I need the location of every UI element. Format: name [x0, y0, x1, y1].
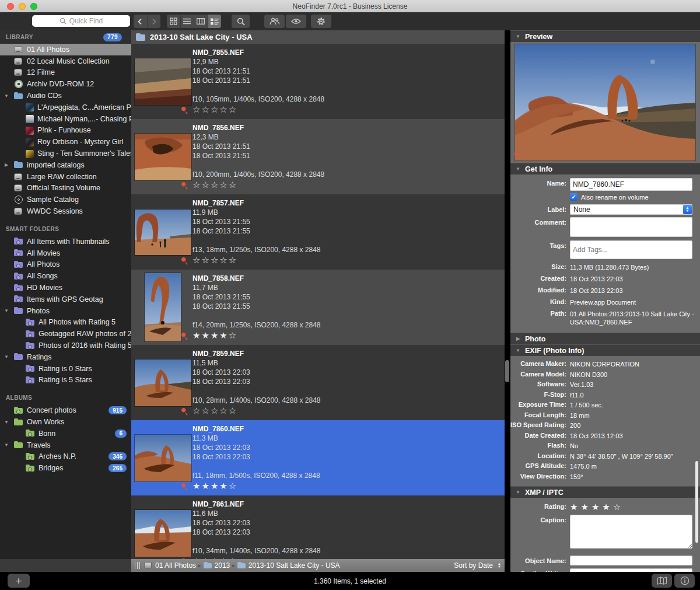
rating-stars[interactable]: ★★★★☆	[192, 481, 237, 491]
sidebar-item-01-all-photos[interactable]: 01 All Photos	[0, 44, 131, 55]
rating-stars[interactable]: ☆☆☆☆☆	[192, 256, 237, 265]
sidebar-item-own-works[interactable]: Own Works	[0, 416, 131, 428]
sidebar-item-12-filme[interactable]: 12 Filme	[0, 67, 131, 79]
detail-list-view-button[interactable]	[208, 15, 222, 28]
sidebar-item-bridges[interactable]: Bridges265	[0, 462, 131, 474]
sidebar-item-imported-catalogs[interactable]: imported catalogs	[0, 159, 131, 171]
rating-stars[interactable]: ★★★★☆	[192, 331, 237, 340]
preview-section-header[interactable]: Preview	[510, 30, 700, 42]
list-scrollbar-thumb[interactable]	[505, 360, 509, 382]
sidebar-item-bonn[interactable]: Bonn6	[0, 428, 131, 439]
column-view-button[interactable]	[194, 15, 208, 28]
tags-field[interactable]	[570, 240, 692, 259]
rating-stars[interactable]: ☆☆☆☆☆	[192, 406, 237, 416]
sidebar-item-wwdc-sessions[interactable]: WWDC Sessions	[0, 205, 131, 217]
breadcrumb-item[interactable]: 2013-10 Salt Lake City - USA	[237, 561, 340, 570]
sort-stepper-icon[interactable]: ▲▼	[498, 563, 501, 568]
disclosure-triangle[interactable]	[3, 162, 10, 167]
zoom-window-button[interactable]	[30, 3, 37, 10]
sidebar-item-travels[interactable]: Travels	[0, 439, 131, 451]
people-button[interactable]	[264, 15, 285, 28]
rename-checkbox[interactable]: ✓	[570, 193, 578, 201]
sidebar-item-photos-folder[interactable]: Photos	[0, 305, 131, 317]
rating-stars[interactable]: ☆☆☆☆☆	[192, 105, 237, 114]
disclosure-triangle[interactable]	[3, 354, 10, 359]
forward-button[interactable]	[148, 15, 161, 28]
sidebar-item-geotagged-raw-2013[interactable]: Geotagged RAW photos of 2013	[0, 328, 131, 340]
sidebar-item-photos-2016-rating5[interactable]: Photos of 2016 with Rating 5	[0, 340, 131, 351]
sidebar-item-rating-0-stars[interactable]: Rating is 0 Stars	[0, 363, 131, 375]
sidebar-item-all-movies[interactable]: All Movies	[0, 247, 131, 259]
sidebar-item-roy-orbison[interactable]: Roy Orbison - Mystery Girl	[0, 136, 131, 148]
caption-field[interactable]	[570, 515, 692, 549]
disclosure-triangle[interactable]	[3, 93, 10, 99]
map-button[interactable]	[652, 574, 672, 588]
settings-button[interactable]	[311, 15, 331, 28]
name-field[interactable]	[570, 178, 692, 191]
getinfo-section-header[interactable]: Get Info	[510, 163, 700, 174]
file-row-nmd-7858[interactable]: NMD_7858.NEF 11,7 MB 18 Oct 2013 21:55 1…	[131, 270, 505, 345]
sidebar-item-sample-catalog[interactable]: Sample Catalog	[0, 194, 131, 205]
drag-grip-icon[interactable]	[135, 562, 141, 569]
xmp-rating-stars[interactable]: ★★★★☆	[570, 501, 624, 512]
file-row-nmd-7859[interactable]: NMD_7859.NEF 11,5 MB 18 Oct 2013 22:03 1…	[131, 345, 505, 420]
thumbnail-image[interactable]	[135, 210, 191, 255]
thumbnail-image[interactable]	[135, 510, 191, 557]
sidebar-item-photos-rating5[interactable]: All Photos with Rating 5	[0, 317, 131, 329]
sidebar-item-audio-cds[interactable]: Audio CDs	[0, 90, 131, 102]
list-view-button[interactable]	[181, 15, 195, 28]
thumbnail-image[interactable]	[135, 359, 191, 406]
preview-image[interactable]	[515, 44, 695, 160]
sidebar-item-concert-photos[interactable]: Concert photos915	[0, 404, 131, 416]
grid-view-button[interactable]	[167, 15, 181, 28]
file-row-nmd-7855[interactable]: NMD_7855.NEF 12,9 MB 18 Oct 2013 21:51 1…	[131, 44, 505, 119]
rating-stars[interactable]: ☆☆☆☆☆	[192, 180, 237, 190]
close-window-button[interactable]	[7, 3, 14, 10]
sidebar-item-all-photos-smart[interactable]: All Photos	[0, 259, 131, 271]
disclosure-triangle[interactable]	[3, 442, 10, 448]
object-name-field[interactable]	[570, 556, 692, 565]
sidebar-item-sting[interactable]: Sting - Ten Summoner's Tales	[0, 148, 131, 159]
disclosure-triangle[interactable]	[3, 420, 10, 425]
sidebar-item-hd-movies[interactable]: HD Movies	[0, 282, 131, 294]
minimize-window-button[interactable]	[19, 3, 26, 10]
sidebar-item-gps-geotag[interactable]: Items with GPS Geotag	[0, 294, 131, 305]
breadcrumb-item[interactable]: 2013	[204, 561, 230, 570]
sidebar-item-pink-funhouse[interactable]: P!nk - Funhouse	[0, 125, 131, 137]
preview-eye-button[interactable]	[286, 15, 306, 28]
sidebar-item-rating-5-stars[interactable]: Rating is 5 Stars	[0, 375, 131, 386]
search-input[interactable]: Quick Find	[32, 15, 130, 27]
file-row-nmd-7857[interactable]: NMD_7857.NEF 11,9 MB 18 Oct 2013 21:55 1…	[131, 194, 505, 270]
disclosure-triangle[interactable]	[3, 308, 10, 313]
back-button[interactable]	[134, 15, 148, 28]
file-row-nmd-7856[interactable]: NMD_7856.NEF 12,3 MB 18 Oct 2013 21:51 1…	[131, 119, 505, 194]
thumbnail-image[interactable]	[135, 435, 191, 481]
sidebar-item-all-songs[interactable]: All Songs	[0, 270, 131, 282]
thumbnail-image[interactable]	[135, 58, 191, 105]
disclosure-triangle[interactable]	[514, 336, 522, 341]
thumbnail-image[interactable]	[135, 134, 191, 180]
sidebar-item-archiv-dvd[interactable]: Archiv DVD-ROM 12	[0, 78, 131, 90]
xmp-section-header[interactable]: XMP / IPTC	[510, 486, 700, 498]
sort-control[interactable]: Sort by Date ▲▼	[454, 561, 501, 570]
sidebar-item-ratings-folder[interactable]: Ratings	[0, 351, 131, 363]
disclosure-triangle[interactable]	[514, 348, 522, 353]
file-row-nmd-7861[interactable]: NMD_7861.NEF 11,6 MB 18 Oct 2013 22:03 1…	[131, 495, 505, 559]
exif-section-header[interactable]: EXIF (Photo Info)	[510, 344, 700, 356]
sidebar-item-michael-nyman[interactable]: Michael Nyman,...- Chasing Pianos	[0, 113, 131, 125]
sidebar-item-02-local-music[interactable]: 02 Local Music Collection	[0, 55, 131, 67]
sidebar-item-arches-np[interactable]: Arches N.P.346	[0, 451, 131, 463]
thumbnail-image[interactable]	[145, 273, 181, 341]
sidebar-item-official-testing[interactable]: Official Testing Volume	[0, 183, 131, 194]
disclosure-triangle[interactable]	[514, 490, 522, 495]
photo-section-header[interactable]: Photo	[510, 333, 700, 344]
breadcrumb-item[interactable]: 01 All Photos	[144, 561, 196, 570]
file-row-nmd-7860[interactable]: NMD_7860.NEF 11,3 MB 18 Oct 2013 22:03 1…	[131, 420, 505, 495]
sidebar-item-larpeggiata[interactable]: L'Arpeggiata, C...American Project	[0, 102, 131, 113]
disclosure-triangle[interactable]	[514, 166, 522, 172]
sidebar-item-all-items-thumbnails[interactable]: All Items with Thumbnails	[0, 236, 131, 247]
label-select[interactable]: None▲▼	[570, 204, 692, 215]
sidebar-item-large-raw[interactable]: Large RAW collection	[0, 171, 131, 183]
panel-scrollbar-thumb[interactable]	[695, 461, 698, 543]
disclosure-triangle[interactable]	[514, 34, 522, 39]
